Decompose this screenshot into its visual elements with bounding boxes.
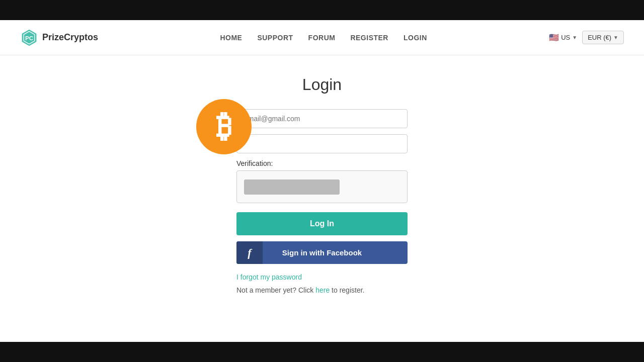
nav-home[interactable]: HOME	[220, 34, 242, 42]
nav-register[interactable]: REGISTER	[350, 34, 388, 42]
svg-text:₿: ₿	[216, 109, 232, 143]
bitcoin-icon: ₿	[196, 99, 252, 154]
register-suffix: to register.	[332, 286, 364, 294]
brand-logo-link[interactable]: PC PrizeCryptos	[20, 29, 98, 47]
register-prefix: Not a member yet? Click	[236, 286, 313, 294]
captcha-box[interactable]	[236, 170, 408, 203]
captcha-slider[interactable]	[244, 179, 340, 195]
locale-label: US	[561, 34, 570, 41]
main-content: Login ₿ Verification: Log In f Sign in w…	[0, 55, 644, 342]
nav-forum[interactable]: FORUM	[308, 34, 336, 42]
register-text: Not a member yet? Click here to register…	[236, 286, 408, 294]
email-group	[236, 109, 408, 128]
facebook-button-label: Sign in with Facebook	[282, 248, 362, 257]
nav-links: HOME SUPPORT FORUM REGISTER LOGIN	[220, 34, 427, 42]
nav-right: 🇺🇸 US ▼ EUR (€) ▼	[549, 31, 624, 44]
currency-button[interactable]: EUR (€) ▼	[582, 31, 624, 44]
forgot-password-link[interactable]: I forgot my password	[236, 273, 408, 281]
flag-icon: 🇺🇸	[549, 33, 559, 42]
login-button[interactable]: Log In	[236, 212, 408, 235]
facebook-icon-wrapper: f	[236, 241, 263, 264]
nav-login[interactable]: LOGIN	[404, 34, 427, 42]
locale-chevron-icon: ▼	[572, 35, 577, 40]
brand-name: PrizeCryptos	[42, 32, 98, 43]
email-input[interactable]	[236, 109, 408, 128]
top-black-bar	[0, 0, 644, 20]
brand-logo-icon: PC	[20, 29, 38, 47]
svg-text:PC: PC	[25, 34, 34, 41]
nav-support[interactable]: SUPPORT	[257, 34, 293, 42]
password-input[interactable]	[236, 134, 408, 153]
facebook-login-button[interactable]: f Sign in with Facebook	[236, 241, 408, 264]
login-title: Login	[302, 75, 342, 94]
locale-button[interactable]: 🇺🇸 US ▼	[549, 33, 577, 42]
navbar: PC PrizeCryptos HOME SUPPORT FORUM REGIS…	[0, 20, 644, 55]
bottom-black-bar	[0, 342, 644, 362]
login-form: ₿ Verification: Log In f Sign in with Fa…	[236, 109, 408, 294]
password-group	[236, 134, 408, 153]
verification-label: Verification:	[236, 159, 408, 167]
currency-chevron-icon: ▼	[613, 35, 618, 40]
currency-label: EUR (€)	[588, 34, 611, 41]
register-here-link[interactable]: here	[315, 286, 330, 294]
facebook-f-icon: f	[248, 246, 251, 259]
